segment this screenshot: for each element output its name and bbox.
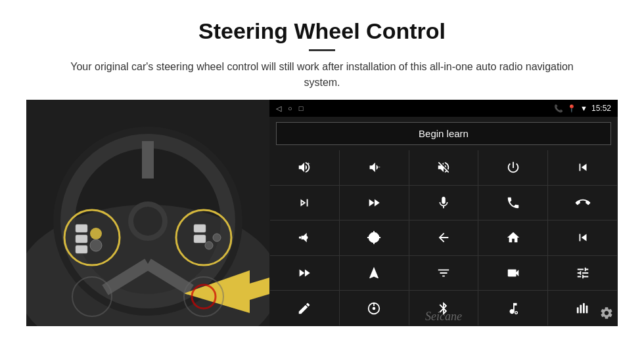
svg-text:360°: 360°: [372, 236, 379, 240]
svg-point-21: [213, 234, 221, 242]
begin-learn-row: Begin learn: [269, 117, 618, 150]
svg-rect-19: [194, 235, 206, 243]
controls-grid: + −: [270, 150, 617, 326]
wifi-icon: ▼: [580, 104, 587, 112]
svg-rect-13: [76, 235, 87, 243]
location-icon: 📍: [567, 104, 576, 113]
ff-track-button[interactable]: [340, 186, 409, 220]
phone-call-button[interactable]: [478, 186, 547, 220]
music-settings-button[interactable]: [478, 291, 547, 326]
svg-point-16: [90, 240, 102, 251]
svg-rect-35: [580, 304, 582, 313]
svg-rect-34: [576, 307, 578, 313]
equalizer-button[interactable]: [409, 256, 478, 291]
phone-icon: 📞: [554, 104, 563, 113]
svg-text:−: −: [377, 164, 380, 171]
home-nav-icon[interactable]: ○: [288, 104, 292, 112]
svg-rect-36: [583, 303, 585, 313]
360-view-button[interactable]: 360°: [340, 220, 409, 255]
svg-text:+: +: [308, 161, 310, 167]
page-title: Steering Wheel Control: [26, 18, 618, 44]
svg-rect-18: [194, 224, 206, 232]
fast-forward-button[interactable]: [270, 256, 339, 291]
next-track-button[interactable]: [270, 186, 339, 220]
android-panel: ◁ ○ □ 📞 📍 ▼ 15:52 Begin learn: [269, 100, 618, 326]
settings-eq-button[interactable]: [548, 256, 617, 291]
svg-rect-14: [76, 245, 87, 253]
gear-settings-button[interactable]: [599, 306, 614, 324]
vol-up-button[interactable]: +: [270, 150, 339, 185]
status-bar-nav: ◁ ○ □: [276, 104, 303, 113]
status-bar-indicators: 📞 📍 ▼ 15:52: [554, 104, 611, 113]
mic-button[interactable]: [409, 186, 478, 220]
svg-rect-37: [586, 305, 587, 313]
vol-down-button[interactable]: −: [340, 150, 409, 185]
home-button[interactable]: [478, 220, 547, 255]
svg-point-15: [90, 228, 102, 240]
begin-learn-button[interactable]: Begin learn: [276, 122, 611, 145]
status-time: 15:52: [591, 104, 611, 113]
title-divider: [309, 49, 335, 51]
status-bar: ◁ ○ □ 📞 📍 ▼ 15:52: [269, 100, 618, 117]
vol-mute-button[interactable]: [409, 150, 478, 185]
svg-point-31: [373, 306, 376, 310]
pen-button[interactable]: [270, 291, 339, 326]
back-button[interactable]: [409, 220, 478, 255]
prev-track-phone-button[interactable]: [548, 150, 617, 185]
camera-rec-button[interactable]: [478, 256, 547, 291]
svg-point-33: [515, 311, 518, 314]
recents-nav-icon[interactable]: □: [299, 104, 304, 112]
svg-point-20: [205, 242, 213, 249]
power-button[interactable]: [478, 150, 547, 185]
svg-point-10: [133, 207, 162, 236]
steering-wheel-image: [26, 100, 269, 326]
page-wrapper: Steering Wheel Control Your original car…: [0, 0, 644, 339]
hang-up-button[interactable]: [548, 186, 617, 220]
steering-control-button[interactable]: [340, 291, 409, 326]
speaker-button[interactable]: [270, 220, 339, 255]
title-section: Steering Wheel Control Your original car…: [26, 18, 618, 91]
subtitle-text: Your original car's steering wheel contr…: [53, 59, 591, 91]
svg-rect-12: [76, 224, 87, 232]
svg-point-28: [299, 237, 302, 240]
skip-back-button[interactable]: [548, 220, 617, 255]
bluetooth-button[interactable]: [409, 291, 478, 326]
back-nav-icon[interactable]: ◁: [276, 104, 281, 113]
content-area: ◁ ○ □ 📞 📍 ▼ 15:52 Begin learn: [26, 100, 618, 326]
navigate-button[interactable]: [340, 256, 409, 291]
